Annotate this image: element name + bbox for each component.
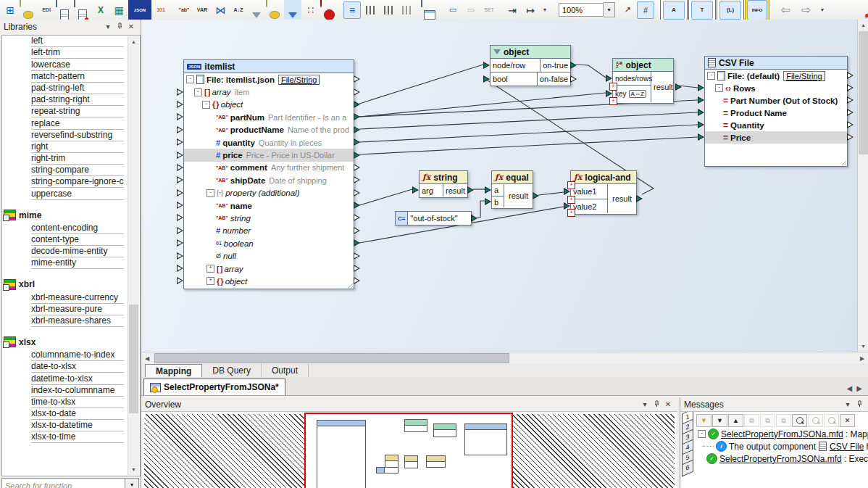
message-row[interactable]: i The output component CSV File has: [698, 440, 868, 452]
duplicate-input-icon[interactable]: +: [567, 196, 575, 204]
row-quantity-csv[interactable]: = Quantity: [705, 119, 847, 131]
zoom-value[interactable]: 100%: [559, 3, 604, 17]
toolbar-button[interactable]: [362, 1, 379, 19]
prev-message-icon[interactable]: ▲: [728, 414, 743, 427]
duplicate-input-icon[interactable]: +: [567, 181, 575, 189]
output-connector[interactable]: [847, 72, 854, 80]
duplicate-input-icon[interactable]: +: [609, 83, 617, 91]
message-link[interactable]: SelectPropertyFromJSONa.mfd: [721, 429, 843, 439]
toolbar-button[interactable]: ▾: [817, 1, 827, 19]
library-function-item[interactable]: match-pattern: [2, 71, 140, 83]
scroll-left-icon[interactable]: ◀: [141, 355, 153, 362]
toolbar-button[interactable]: #: [637, 1, 654, 19]
row-object[interactable]: - { } object: [184, 99, 354, 111]
library-function-item[interactable]: reversefind-substring: [2, 130, 140, 141]
input-connector[interactable]: [177, 239, 184, 247]
panel-close-icon[interactable]: ✕: [662, 400, 674, 408]
library-function-item[interactable]: index-to-columnname: [2, 385, 140, 397]
overview-content[interactable]: [141, 411, 677, 488]
string-function-header[interactable]: ƒx string: [420, 171, 467, 184]
zoom-combobox[interactable]: 100% ▾: [559, 2, 615, 17]
find-next-icon[interactable]: [808, 414, 823, 427]
panel-close-icon[interactable]: ✕: [125, 22, 137, 30]
output-connector[interactable]: [847, 109, 854, 117]
library-function-item[interactable]: columnname-to-index: [2, 350, 140, 361]
row-rows[interactable]: - ‹› Rows: [705, 82, 847, 94]
toolbar-button[interactable]: ⇥: [504, 1, 521, 19]
scroll-up-icon[interactable]: ▲: [128, 36, 139, 47]
input-connector[interactable]: [177, 214, 184, 222]
row-comment[interactable]: "AB" comment Any further shipment: [184, 162, 354, 174]
input-connector[interactable]: [483, 62, 491, 70]
input-connector[interactable]: [485, 198, 492, 206]
expander-toggle[interactable]: -: [698, 430, 706, 438]
output-connector[interactable]: [847, 133, 854, 141]
logical-and-function[interactable]: ƒx logical-and value1 value2 result + + …: [570, 170, 637, 215]
toolbar-button[interactable]: A: [663, 1, 685, 20]
toolbar-button[interactable]: ⊞: [1, 1, 19, 19]
output-connector[interactable]: [847, 96, 854, 104]
constant-value[interactable]: "out-of-stock": [408, 212, 471, 225]
tab-mapping[interactable]: Mapping: [145, 364, 202, 377]
output-connector[interactable]: [354, 113, 361, 121]
input-connector[interactable]: [698, 121, 705, 129]
expander-toggle[interactable]: +: [206, 265, 214, 273]
library-function-item[interactable]: xbrl-measure-currency: [2, 291, 140, 303]
input-connector[interactable]: [177, 113, 184, 121]
input-connector[interactable]: [177, 252, 184, 260]
find-icon[interactable]: [792, 414, 807, 427]
expander-toggle[interactable]: -: [715, 84, 723, 92]
toolbar-button[interactable]: ↦: [522, 1, 539, 19]
input-connector[interactable]: [698, 133, 705, 141]
output-connector[interactable]: [570, 75, 577, 83]
document-tab[interactable]: SelectPropertyFromJSONa*: [143, 379, 285, 395]
scroll-down-icon[interactable]: ▼: [858, 341, 868, 352]
input-connector[interactable]: [177, 88, 184, 96]
itemlist-component-header[interactable]: JSON itemlist: [184, 60, 354, 73]
library-function-item[interactable]: lowercase: [2, 59, 140, 70]
row-part-number[interactable]: = Part Number (Out of Stock): [705, 94, 847, 107]
sort-component[interactable]: A≷Z object nodes/rows keyA⇔Z result + +: [612, 58, 674, 104]
libraries-scrollbar[interactable]: ▲ ▼: [128, 36, 139, 475]
input-connector[interactable]: [698, 96, 705, 104]
row-array[interactable]: - [ ] array item: [184, 86, 354, 98]
input-connector[interactable]: [177, 265, 184, 273]
input-connector[interactable]: [485, 186, 492, 194]
toolbar-button[interactable]: VAR: [193, 1, 211, 19]
row-productName[interactable]: "AB" productName Name of the prod: [184, 124, 354, 136]
output-connector[interactable]: [471, 215, 478, 223]
library-function-item[interactable]: replace: [2, 117, 140, 129]
scroll-down-icon[interactable]: ▼: [128, 464, 139, 475]
library-function-item[interactable]: date-to-xlsx: [2, 361, 140, 373]
duplicate-input-icon[interactable]: +: [609, 97, 617, 105]
message-link[interactable]: CSV File: [830, 442, 864, 452]
input-connector[interactable]: [177, 277, 184, 285]
row-shipDate[interactable]: "AB" shipDate Date of shipping: [184, 174, 354, 186]
expander-toggle[interactable]: -: [194, 88, 202, 96]
toolbar-button[interactable]: ⇨: [796, 1, 817, 19]
library-function-item[interactable]: string-compare-ignore-ca: [2, 176, 140, 188]
expander-toggle[interactable]: -: [707, 72, 715, 80]
resize-grip[interactable]: [840, 159, 846, 165]
input-connector[interactable]: [606, 75, 613, 83]
toolbar-button[interactable]: ⇦: [775, 1, 796, 19]
toolbar-button[interactable]: JSON: [130, 0, 150, 20]
panel-pin-icon[interactable]: [854, 400, 865, 409]
library-function-item[interactable]: xlsx-to-time: [2, 431, 140, 443]
toolbar-button[interactable]: ⋈: [212, 1, 229, 19]
toolbar-button[interactable]: EDI: [38, 1, 55, 19]
output-connector[interactable]: [570, 62, 577, 70]
output-connector[interactable]: [354, 189, 361, 197]
input-connector[interactable]: [483, 75, 491, 83]
toolbar-button[interactable]: ▾: [540, 1, 550, 19]
toolbar-button[interactable]: (L): [719, 1, 741, 20]
row-quantity[interactable]: # quantity Quantity in pieces: [184, 136, 354, 149]
toolbar-button[interactable]: [380, 1, 397, 19]
output-connector[interactable]: [354, 239, 361, 247]
input-connector[interactable]: [177, 164, 184, 172]
input-connector[interactable]: [698, 84, 705, 92]
library-function-item[interactable]: content-encoding: [2, 223, 140, 234]
toolbar-button[interactable]: ∷: [302, 1, 320, 19]
output-connector[interactable]: [354, 227, 361, 235]
toolbar-button[interactable]: ≡: [343, 1, 361, 19]
